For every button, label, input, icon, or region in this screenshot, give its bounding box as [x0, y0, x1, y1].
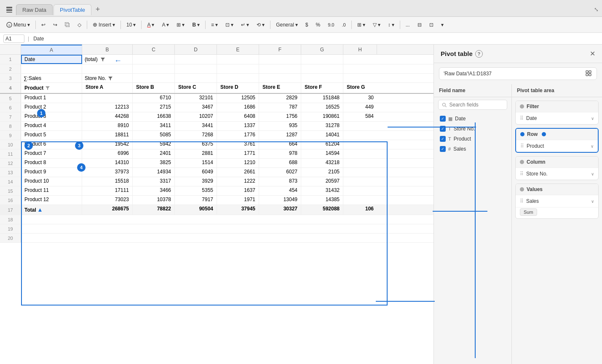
- cell-product-7[interactable]: Product 7: [21, 149, 82, 158]
- grid-cell-e3[interactable]: [217, 74, 259, 82]
- cell-f-3[interactable]: 190861: [301, 112, 343, 121]
- font-color-button[interactable]: A▾: [144, 20, 157, 29]
- cell-d-9[interactable]: 2661: [217, 168, 259, 177]
- fill-color-button[interactable]: A▾: [159, 20, 172, 29]
- grid-cell-d1[interactable]: [175, 55, 217, 64]
- cell-g-3[interactable]: 584: [343, 112, 377, 121]
- cell-product-10[interactable]: Product 10: [21, 177, 82, 186]
- cell-b-10[interactable]: 3317: [133, 177, 175, 186]
- cell-b-2[interactable]: 2715: [133, 103, 175, 112]
- cell-a-6[interactable]: 19542: [82, 140, 133, 149]
- col-header-d[interactable]: D: [175, 45, 217, 54]
- cell-total[interactable]: Total: [21, 205, 82, 215]
- cell-c-5[interactable]: 7268: [175, 131, 217, 140]
- cell-g-7[interactable]: [343, 149, 377, 158]
- conditional-button[interactable]: ⊞▾: [354, 20, 368, 29]
- redo-button[interactable]: ↪: [50, 20, 60, 29]
- cell-e-5[interactable]: 1287: [259, 131, 301, 140]
- cell-b-4[interactable]: 3411: [133, 122, 175, 130]
- field-checkbox-store-no[interactable]: ✓: [440, 126, 446, 132]
- cell-d-7[interactable]: 1771: [217, 149, 259, 158]
- cell-e-4[interactable]: 935: [259, 122, 301, 130]
- insert-button[interactable]: ⊕ Insert ▾: [90, 20, 118, 29]
- pivot-filter-field-date[interactable]: ⠿ Date ∨: [516, 112, 598, 124]
- pivot-help-icon[interactable]: ?: [475, 50, 483, 58]
- grid-cell-b2[interactable]: [82, 64, 133, 73]
- menu-button[interactable]: S Menu ▾: [3, 20, 33, 29]
- col-header-f[interactable]: F: [259, 45, 301, 54]
- grid-cell-e2[interactable]: [217, 64, 259, 73]
- col-header-b[interactable]: B: [82, 45, 133, 54]
- cell-product-11[interactable]: Product 11: [21, 186, 82, 195]
- cell-a-5[interactable]: 18811: [82, 131, 133, 140]
- cell-b-9[interactable]: 14934: [133, 168, 175, 177]
- cell-e-8[interactable]: 688: [259, 159, 301, 167]
- col-header-c[interactable]: C: [133, 45, 175, 54]
- cell-d-5[interactable]: 1776: [217, 131, 259, 140]
- cell-f-10[interactable]: 20597: [301, 177, 343, 186]
- bold-button[interactable]: B▾: [189, 20, 203, 29]
- filter-icon-b1[interactable]: [100, 57, 105, 62]
- cell-c-11[interactable]: 5355: [175, 186, 217, 195]
- cell-d-8[interactable]: 1210: [217, 159, 259, 167]
- copy-button[interactable]: ⿻: [62, 20, 73, 29]
- cell-e-9[interactable]: 6027: [259, 168, 301, 177]
- header-store-e[interactable]: Store E: [259, 83, 301, 93]
- cell-e-7[interactable]: 978: [259, 149, 301, 158]
- borders-button[interactable]: ⊞▾: [174, 20, 187, 29]
- grid-cell-g2[interactable]: [301, 64, 343, 73]
- merge-button[interactable]: ⊡▾: [222, 20, 236, 29]
- font-size-select[interactable]: 10▾: [123, 20, 139, 29]
- grid-cell-f3[interactable]: [259, 74, 301, 82]
- extra1-button[interactable]: ⊟: [415, 20, 425, 29]
- more-button[interactable]: ...: [403, 20, 413, 29]
- grid-cell-c1[interactable]: [133, 55, 175, 64]
- cell-product-3[interactable]: Product 3: [21, 112, 82, 121]
- header-store-b[interactable]: Store B: [133, 83, 175, 93]
- cell-b-3[interactable]: 16638: [133, 112, 175, 121]
- cell-product-12[interactable]: Product 12: [21, 196, 82, 205]
- cell-a-11[interactable]: 17111: [82, 186, 133, 195]
- cell-g-12[interactable]: [343, 196, 377, 205]
- grid-cell-f2[interactable]: [259, 64, 301, 73]
- cell-product-5[interactable]: Product 5: [21, 131, 82, 140]
- grid-cell-c3[interactable]: [133, 74, 175, 82]
- percent-button[interactable]: %: [313, 20, 324, 29]
- cell-b-7[interactable]: 2401: [133, 149, 175, 158]
- cell-e-10[interactable]: 873: [259, 177, 301, 186]
- values-field-chevron-sales[interactable]: ∨: [591, 199, 594, 204]
- field-checkbox-date[interactable]: ✓: [440, 116, 446, 122]
- cell-d-3[interactable]: 6408: [217, 112, 259, 121]
- cell-product-9[interactable]: Product 9: [21, 168, 82, 177]
- cell-b-5[interactable]: 5085: [133, 131, 175, 140]
- align-button[interactable]: ≡▾: [208, 20, 221, 29]
- cell-e-3[interactable]: 1756: [259, 112, 301, 121]
- cell-a-3[interactable]: 44268: [82, 112, 133, 121]
- cell-b-6[interactable]: 5942: [133, 140, 175, 149]
- cell-b-8[interactable]: 3825: [133, 159, 175, 167]
- tab-add-button[interactable]: +: [92, 4, 103, 15]
- currency-button[interactable]: $: [302, 20, 311, 29]
- cell-f-9[interactable]: 2105: [301, 168, 343, 177]
- cell-d-4[interactable]: 1337: [217, 122, 259, 130]
- header-store-c[interactable]: Store C: [175, 83, 217, 93]
- header-store-f[interactable]: Store F: [301, 83, 343, 93]
- cell-c-12[interactable]: 7917: [175, 196, 217, 205]
- field-search-box[interactable]: [438, 100, 507, 110]
- field-checkbox-product[interactable]: ✓: [440, 136, 446, 142]
- grid-cell-h3[interactable]: [343, 74, 377, 82]
- minimize-button[interactable]: ⤡: [594, 6, 599, 13]
- col-header-e[interactable]: E: [217, 45, 259, 54]
- grid-cell-g1[interactable]: [301, 55, 343, 64]
- filter-field-chevron-date[interactable]: ∨: [591, 116, 594, 121]
- cell-a-7[interactable]: 6996: [82, 149, 133, 158]
- field-item-product[interactable]: ✓ T Product: [437, 134, 508, 143]
- empty-row-18[interactable]: [21, 215, 433, 224]
- clear-button[interactable]: ◇: [75, 20, 84, 29]
- cell-d-1[interactable]: 12505: [217, 94, 259, 103]
- header-product[interactable]: Product: [21, 83, 82, 93]
- chevron-down-toolbar[interactable]: ▾: [438, 20, 447, 29]
- decimal2-button[interactable]: .0: [339, 21, 348, 29]
- cell-c-3[interactable]: 10207: [175, 112, 217, 121]
- grid-cell-d2[interactable]: [175, 64, 217, 73]
